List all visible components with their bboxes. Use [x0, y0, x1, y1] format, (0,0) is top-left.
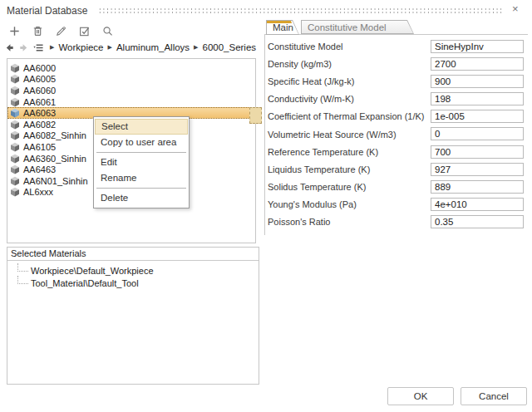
field-label: Constitutive Model [268, 42, 343, 52]
forward-arrow-icon[interactable] [17, 42, 30, 53]
menu-separator [96, 188, 186, 189]
field-label: Conductivity (W/m-K) [268, 94, 354, 104]
material-cube-icon [10, 86, 20, 96]
list-item-aa6005[interactable]: AA6005 [7, 74, 255, 86]
breadcrumb-items: ▶Workpiece▶Aluminum_Alloys▶6000_Series [46, 42, 256, 52]
breadcrumb-item-aluminum-alloys[interactable]: Aluminum_Alloys [116, 42, 190, 52]
material-name: AA6005 [23, 74, 56, 84]
material-name: AA6360_Sinhin [23, 154, 86, 164]
back-arrow-icon[interactable] [3, 42, 16, 53]
selected-materials-tree: Workpiece\Default_WorkpieceTool_Material… [7, 261, 259, 289]
material-cube-icon [10, 108, 20, 118]
material-name: AA6082_Sinhin [23, 130, 86, 140]
field-input-specific-heat-j-kg-k[interactable] [431, 75, 524, 88]
field-label: Solidus Temperature (K) [268, 182, 366, 192]
menu-item-copy-to-user-area[interactable]: Copy to user area [95, 135, 188, 150]
menu-item-select[interactable]: Select [95, 119, 188, 135]
material-cube-icon [10, 154, 20, 164]
field-input-liquidus-temperature-k[interactable] [431, 163, 524, 176]
breadcrumb: ▶Workpiece▶Aluminum_Alloys▶6000_Series [3, 41, 256, 54]
cancel-button[interactable]: Cancel [461, 387, 527, 405]
field-label: Poisson's Ratio [268, 217, 330, 227]
material-cube-icon [10, 63, 20, 73]
material-name: AA6463 [23, 164, 56, 174]
list-item-aa6061[interactable]: AA6061 [7, 96, 255, 108]
tab-constitutive-model[interactable]: Constitutive Model [301, 20, 414, 34]
material-database-dialog: Material Database × [0, 0, 532, 412]
material-cube-icon [10, 97, 20, 107]
field-label: Reference Temperature (K) [268, 147, 378, 157]
material-name: AA6061 [23, 97, 56, 107]
field-input-solidus-temperature-k[interactable] [431, 180, 524, 194]
drag-handle-dots[interactable] [98, 7, 504, 13]
material-name: AL6xxx [23, 187, 53, 197]
material-properties-form: Constitutive ModelDensity (kg/m3)Specifi… [268, 37, 527, 231]
field-row-solidus-temperature-k: Solidus Temperature (K) [268, 179, 527, 196]
material-cube-icon [10, 120, 20, 130]
breadcrumb-item-workpiece[interactable]: Workpiece [58, 42, 103, 52]
field-row-young-s-modulus-pa: Young's Modulus (Pa) [268, 196, 527, 213]
field-input-constitutive-model[interactable] [431, 40, 524, 53]
ok-button[interactable]: OK [387, 387, 454, 405]
material-cube-icon [10, 142, 20, 152]
tab-main-label: Main [266, 20, 299, 32]
material-name: AA6105 [23, 142, 56, 152]
field-input-coefficient-of-thermal-expansion-1-k[interactable] [431, 110, 524, 123]
tab-main[interactable]: Main [266, 20, 299, 35]
menu-item-rename[interactable]: Rename [95, 170, 188, 186]
breadcrumb-separator-icon: ▶ [194, 44, 198, 51]
field-label: Volumetric Heat Source (W/m3) [268, 130, 397, 140]
field-input-young-s-modulus-pa[interactable] [431, 198, 524, 211]
field-row-specific-heat-j-kg-k: Specific Heat (J/kg-k) [268, 72, 527, 90]
field-input-poisson-s-ratio[interactable] [431, 215, 524, 228]
breadcrumb-separator-icon: ▶ [108, 44, 112, 51]
material-name: AA6082 [23, 120, 56, 130]
list-item-aa6060[interactable]: AA6060 [7, 85, 255, 96]
field-label: Young's Modulus (Pa) [268, 199, 357, 209]
list-item-aa6000[interactable]: AA6000 [7, 62, 255, 74]
selected-material-tool-material-default-tool[interactable]: Tool_Material\Default_Tool [17, 277, 259, 289]
delete-trash-icon[interactable] [31, 24, 45, 38]
field-row-reference-temperature-k: Reference Temperature (K) [268, 143, 527, 160]
splitter-handle[interactable] [249, 107, 262, 124]
toolbar [7, 24, 115, 38]
add-icon[interactable] [7, 24, 22, 38]
material-name: AA6N01_Sinhin [23, 176, 88, 186]
material-cube-icon [10, 74, 20, 84]
field-label: Liquidus Temperature (K) [268, 164, 370, 174]
selected-materials-panel: Selected Materials Workpiece\Default_Wor… [7, 247, 259, 385]
search-icon[interactable] [101, 24, 115, 38]
selected-material-workpiece-default-workpiece[interactable]: Workpiece\Default_Workpiece [17, 264, 259, 277]
material-name: AA6060 [23, 86, 56, 96]
tab-pane-top-border [264, 34, 528, 35]
close-icon[interactable]: × [512, 2, 519, 15]
field-input-volumetric-heat-source-w-m3[interactable] [431, 127, 524, 140]
field-input-conductivity-w-m-k[interactable] [431, 92, 524, 105]
selected-materials-header: Selected Materials [7, 248, 259, 261]
multi-select-check-icon[interactable] [77, 24, 91, 38]
material-cube-icon [10, 176, 20, 186]
material-cube-icon [10, 164, 20, 174]
field-input-reference-temperature-k[interactable] [431, 145, 524, 159]
material-name: AA6063 [23, 108, 56, 118]
menu-separator [96, 152, 186, 153]
field-row-density-kg-m3: Density (kg/m3) [268, 55, 527, 72]
dialog-title: Material Database [7, 5, 87, 17]
material-name: AA6000 [23, 63, 56, 73]
menu-item-delete[interactable]: Delete [95, 190, 188, 206]
menu-item-edit[interactable]: Edit [95, 154, 188, 170]
breadcrumb-separator-icon: ▶ [50, 44, 54, 51]
list-menu-icon[interactable] [32, 42, 44, 53]
field-row-conductivity-w-m-k: Conductivity (W/m-K) [268, 91, 527, 108]
field-label: Density (kg/m3) [268, 59, 332, 69]
field-row-coefficient-of-thermal-expansion-1-k: Coefficient of Thermal Expansion (1/K) [268, 108, 527, 125]
tab-constitutive-label: Constitutive Model [301, 20, 414, 32]
field-input-density-kg-m3[interactable] [431, 57, 524, 71]
context-menu: SelectCopy to user areaEditRenameDelete [93, 116, 190, 208]
material-cube-icon [10, 130, 20, 140]
tab-pane-left-border [264, 34, 265, 235]
field-row-liquidus-temperature-k: Liquidus Temperature (K) [268, 160, 527, 178]
field-row-volumetric-heat-source-w-m3: Volumetric Heat Source (W/m3) [268, 125, 527, 143]
breadcrumb-item-6000-series[interactable]: 6000_Series [203, 42, 257, 52]
edit-pencil-icon[interactable] [54, 24, 68, 38]
